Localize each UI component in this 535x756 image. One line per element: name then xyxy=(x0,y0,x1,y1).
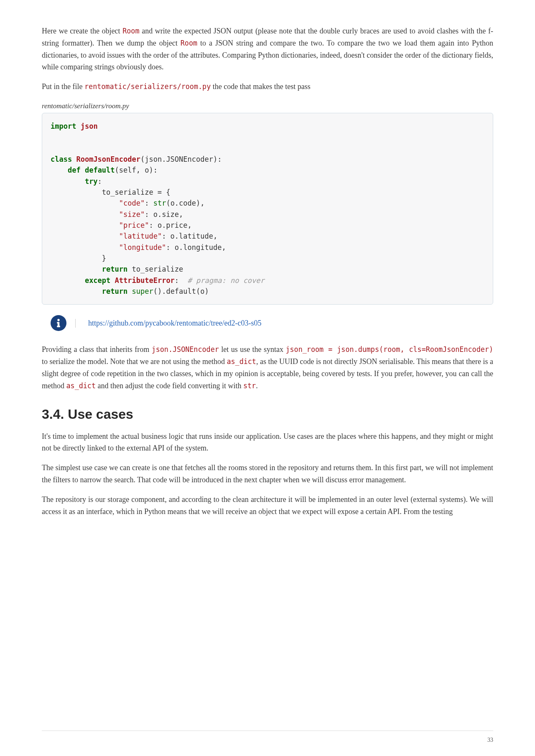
keyword-try: try xyxy=(85,177,98,186)
code-block-title: rentomatic/serializers/room.py xyxy=(42,102,493,110)
code-rest: : o.latitude, xyxy=(162,232,217,240)
github-link[interactable]: https://github.com/pycabook/rentomatic/t… xyxy=(88,319,261,327)
string-literal: "latitude" xyxy=(119,232,162,240)
code-rest: : o.longitude, xyxy=(166,243,226,252)
string-literal: "price" xyxy=(119,221,149,229)
code-rest: : o.price, xyxy=(149,221,191,229)
class-name: RoomJsonEncoder xyxy=(76,155,140,163)
admonition-content: https://github.com/pycabook/rentomatic/t… xyxy=(75,319,493,328)
paragraph-5: The simplest use case we can create is o… xyxy=(42,462,493,486)
keyword-def: def xyxy=(68,166,81,174)
keyword-return: return xyxy=(102,265,127,273)
text: to serialize the model. Note that we are… xyxy=(42,357,227,366)
string-literal: "longitude" xyxy=(119,243,166,252)
code-inline: as_dict xyxy=(227,357,256,366)
paragraph-1: Here we create the object Room and write… xyxy=(42,25,493,73)
code-inline-room: Room xyxy=(181,39,197,47)
page-number: 33 xyxy=(487,737,493,743)
keyword-except: except xyxy=(85,276,110,285)
fn-name: default xyxy=(85,166,115,174)
admonition-icon-wrap xyxy=(42,315,75,331)
paragraph-4: It's time to implement the actual busine… xyxy=(42,430,493,455)
code-inline: as_dict xyxy=(66,382,96,390)
keyword-import: import xyxy=(51,122,76,130)
code-rest: : o.size, xyxy=(145,210,183,219)
module-json: json xyxy=(81,122,98,130)
builtin-super: super xyxy=(132,287,153,295)
paragraph-6: The repository is our storage component,… xyxy=(42,494,493,518)
code-inline-path: rentomatic/serializers/room.py xyxy=(84,82,211,91)
code-rest: (self, o): xyxy=(115,166,158,174)
text: and then adjust the code field convertin… xyxy=(96,382,243,390)
info-admonition: https://github.com/pycabook/rentomatic/t… xyxy=(42,315,493,331)
code-inline: str xyxy=(243,382,256,390)
code-inline-room: Room xyxy=(122,27,139,35)
code-rest: (json.JSONEncoder): xyxy=(140,155,222,163)
text: the code that makes the test pass xyxy=(211,82,310,91)
text: Providing a class that inherits from xyxy=(42,345,152,354)
code-inline: json_room = json.dumps(room, cls=RoomJso… xyxy=(285,345,493,354)
code-rest: to_serialize xyxy=(127,265,183,273)
keyword-class: class xyxy=(51,155,72,163)
text: Here we create the object xyxy=(42,27,122,35)
string-literal: "size" xyxy=(119,210,145,219)
paragraph-2: Put in the file rentomatic/serializers/r… xyxy=(42,81,493,93)
code-rest: (o.code), xyxy=(166,199,204,207)
string-literal: "code" xyxy=(119,199,145,207)
code-rest: : xyxy=(145,199,153,207)
section-heading: 3.4. Use cases xyxy=(42,407,493,422)
paragraph-3: Providing a class that inherits from jso… xyxy=(42,344,493,392)
text: let us use the syntax xyxy=(219,345,286,354)
code-inline: json.JSONEncoder xyxy=(152,345,219,354)
text: Put in the file xyxy=(42,82,84,91)
keyword-return: return xyxy=(102,287,127,295)
code-line: } xyxy=(51,254,106,262)
info-icon xyxy=(51,315,66,331)
code-rest: : xyxy=(175,276,188,285)
code-rest: ().default(o) xyxy=(153,287,209,295)
builtin-str: str xyxy=(153,199,166,207)
footer-divider xyxy=(42,731,493,731)
code-rest: : xyxy=(98,177,102,186)
class-name: AttributeError xyxy=(115,276,175,285)
code-block: import json class RoomJsonEncoder(json.J… xyxy=(42,113,493,305)
comment: # pragma: no cover xyxy=(188,276,265,285)
text: . xyxy=(256,382,258,390)
code-line: to_serialize = { xyxy=(51,188,171,196)
